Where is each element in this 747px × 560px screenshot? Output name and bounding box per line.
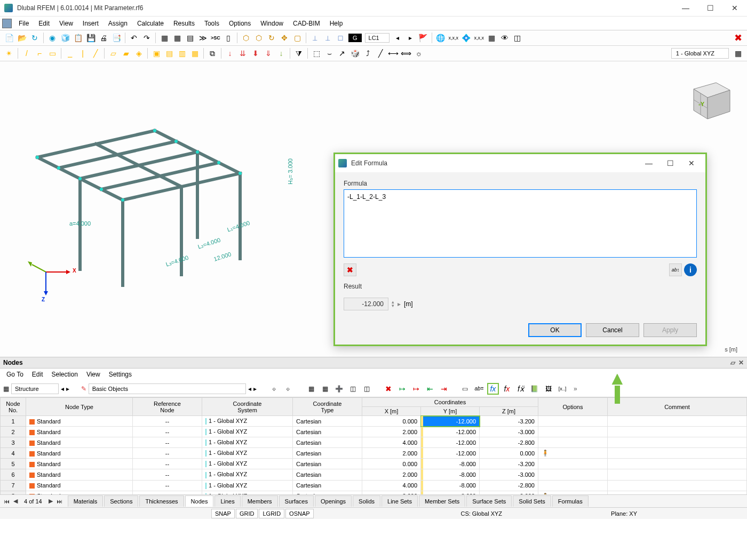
snap-grid[interactable]: GRID [236,509,258,518]
table-row[interactable]: 1Standard--1 - Global XYZCartesian0.000-… [1,416,747,427]
table-row[interactable]: 4Standard--1 - Global XYZCartesian2.000-… [1,448,747,459]
tab-openings[interactable]: Openings [315,495,352,507]
clear-formula-icon[interactable]: ✖ [344,263,356,276]
panel-dock-icon[interactable]: ▱ [730,359,735,366]
t5-icon[interactable]: ➕ [333,383,345,395]
dialog-close-icon[interactable]: ✕ [681,159,702,167]
result-spinner[interactable]: ▴▾ [392,300,394,308]
menu-cad-bim[interactable]: CAD-BIM [288,18,325,29]
line-icon[interactable]: / [21,47,33,59]
sc-icon[interactable]: >SC [210,32,221,44]
tab-line-sets[interactable]: Line Sets [382,495,418,507]
dialog-min-icon[interactable]: — [638,159,659,167]
outrow-icon[interactable]: ↦ [396,383,408,395]
tab-formulas[interactable]: Formulas [552,495,589,507]
new-icon[interactable]: 📄 [3,32,15,44]
delrow-icon[interactable]: ↦ [410,383,422,395]
cube-icon[interactable]: 🧊 [59,32,71,44]
panel-icon[interactable]: ▯ [222,32,234,44]
solid4-icon[interactable]: ▦ [189,47,201,59]
grid-icon[interactable]: ▦ [171,32,183,44]
solid2-icon[interactable]: ▤ [163,47,175,59]
move-icon[interactable]: ✥ [279,32,290,44]
prev-lc-icon[interactable]: ◂ [392,32,403,44]
redo-icon[interactable]: ↷ [141,32,153,44]
tab-member-sets[interactable]: Member Sets [419,495,465,507]
table-icon[interactable]: ▦ [158,32,170,44]
doc-icon[interactable]: 📋 [72,32,84,44]
load4-icon[interactable]: ⇓ [263,47,274,59]
model-icon[interactable]: ◉ [46,32,58,44]
view8-icon[interactable]: ⟺ [400,47,412,59]
anchor2-icon[interactable]: ⟂ [322,32,333,44]
copy-icon[interactable]: ⧉ [206,47,218,59]
inleft-icon[interactable]: ⇤ [424,383,436,395]
close-button[interactable]: ✕ [722,0,747,17]
snap-lgrid[interactable]: LGRID [259,509,284,518]
del-icon[interactable]: ✖ [383,383,394,395]
tab-lines[interactable]: Lines [214,495,240,507]
panel-menu-settings[interactable]: Settings [105,369,136,380]
rect-icon[interactable]: ▭ [46,47,58,59]
ok-button[interactable]: OK [528,323,582,337]
anchor3-icon[interactable]: □ [335,32,346,44]
tab-thicknesses[interactable]: Thicknesses [139,495,184,507]
first-tab-icon[interactable]: ⏮ [2,498,11,505]
menu-file[interactable]: File [14,18,34,29]
prev2-icon[interactable]: ◂ [248,385,251,393]
next2-icon[interactable]: ▸ [253,385,257,393]
table-row[interactable]: 6Standard--1 - Global XYZCartesian2.000-… [1,469,747,480]
beam-icon[interactable]: ⎯ [64,47,76,59]
formula-input[interactable] [344,189,697,258]
clipboard-icon[interactable]: 📑 [110,32,122,44]
view5-icon[interactable]: ⤴ [362,47,374,59]
table-row[interactable]: 5Standard--1 - Global XYZCartesian0.000-… [1,459,747,469]
snap-osnap[interactable]: OSNAP [285,509,314,518]
coordinate-system-select[interactable]: 1 - Global XYZ [671,48,729,59]
tab-nodes[interactable]: Nodes [185,495,214,507]
panel-close-icon[interactable]: ✕ [738,359,744,366]
nodes-grid[interactable]: NodeNo. Node Type ReferenceNode Coordina… [0,397,747,494]
print-icon[interactable]: 🖨 [98,32,109,44]
inright-icon[interactable]: ⇥ [438,383,450,395]
menu-insert[interactable]: Insert [78,18,104,29]
coord-y-icon[interactable]: x,x,x [473,32,485,44]
view7-icon[interactable]: ⟷ [387,47,399,59]
surface3-icon[interactable]: ◈ [133,47,145,59]
t6-icon[interactable]: ◫ [347,383,359,395]
t3-icon[interactable]: ▦ [306,383,317,395]
load1-icon[interactable]: ↓ [224,47,236,59]
xml-icon[interactable]: [x..] [557,383,568,395]
menu-tools[interactable]: Tools [200,18,224,29]
brace-icon[interactable]: ╱ [90,47,101,59]
save-icon[interactable]: 💾 [85,32,97,44]
structure-select[interactable]: Structure [11,383,59,394]
table-row[interactable]: 8Standard--1 - Global XYZCartesian2.000-… [1,491,747,494]
info-icon[interactable]: i [684,263,697,276]
view1-icon[interactable]: ⬚ [311,47,322,59]
table-row[interactable]: 2Standard--1 - Global XYZCartesian2.000-… [1,427,747,437]
t7-icon[interactable]: ◫ [361,383,373,395]
polyline-icon[interactable]: ⌐ [34,47,45,59]
t1-icon[interactable]: ⟐ [268,383,280,395]
next-lc-icon[interactable]: ▸ [404,32,416,44]
load3-icon[interactable]: ⬇ [250,47,261,59]
pick-icon[interactable]: ⬡ [240,32,252,44]
panel-menu-view[interactable]: View [82,369,105,380]
pick2-icon[interactable]: ⬡ [253,32,265,44]
excel-icon[interactable]: 📗 [529,383,541,395]
menu-help[interactable]: Help [325,18,348,29]
tab-sections[interactable]: Sections [104,495,138,507]
panel-menu-selection[interactable]: Selection [47,369,82,380]
view4-icon[interactable]: 🎲 [349,47,361,59]
dialog-max-icon[interactable]: ☐ [659,159,681,167]
eye-icon[interactable]: 👁 [499,32,511,44]
win-icon[interactable]: ▭ [459,383,471,395]
cs-edit-icon[interactable]: ▦ [732,47,744,59]
open-icon[interactable]: 📂 [16,32,28,44]
help-icon[interactable]: ✖ [732,32,744,44]
cancel-button[interactable]: Cancel [586,323,639,337]
menu-calculate[interactable]: Calculate [132,18,169,29]
panel-menu-go-to[interactable]: Go To [2,369,28,380]
load5-icon[interactable]: ↓ [275,47,287,59]
